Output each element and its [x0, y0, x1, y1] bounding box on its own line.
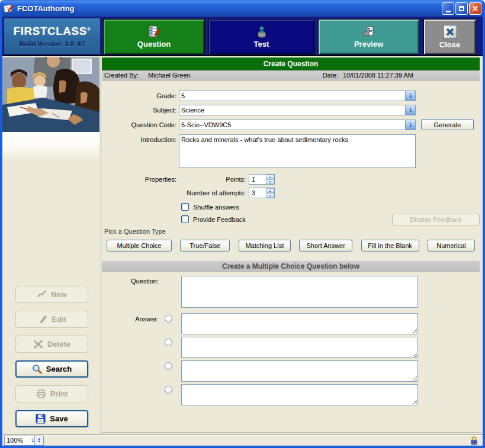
nav-test-label: Test	[254, 40, 269, 49]
answer-1-input[interactable]	[181, 313, 418, 334]
attempts-down-icon[interactable]: ▼	[266, 193, 274, 198]
chevron-down-icon[interactable]: ⤵	[405, 105, 415, 115]
new-icon	[37, 289, 47, 299]
type-multiple-choice-button[interactable]: Multiple Choice	[107, 240, 172, 252]
mc-section-title: Create a Multiple Choice Question below	[222, 262, 359, 270]
mc-section-header: Create a Multiple Choice Question below	[102, 260, 480, 272]
close-window-button[interactable]: ✕	[469, 2, 481, 15]
chevron-down-icon[interactable]: ⤵	[405, 91, 415, 101]
nav-question-button[interactable]: Question	[103, 19, 205, 54]
attempts-stepper[interactable]: 3 ▲ ▼	[249, 188, 275, 198]
attempts-label: Number of attempts:	[179, 189, 249, 196]
delete-icon	[33, 339, 43, 349]
edit-icon	[37, 314, 47, 324]
question-code-row: Question Code: 5-Scie--VDW9C5 ⤵ Generate	[102, 119, 483, 130]
properties-label: Properties:	[102, 176, 179, 183]
sidebar: New Edit Delete Search	[2, 57, 101, 434]
attempts-up-icon[interactable]: ▲	[266, 188, 274, 193]
minimize-button[interactable]	[442, 2, 454, 15]
zoom-stepper[interactable]: ▲ ▼	[35, 436, 44, 446]
zoom-select[interactable]: 100% ⤵	[4, 436, 35, 446]
question-code-select[interactable]: 5-Scie--VDW9C5 ⤵	[179, 120, 416, 130]
feedback-row: Provide Feedback Display Feedback	[181, 215, 480, 223]
build-version: Build Version: 1.0. 67	[20, 40, 85, 47]
status-bar: 100% ⤵ ▲ ▼	[2, 434, 483, 446]
zoom-control: 100% ⤵ ▲ ▼	[4, 436, 44, 446]
grade-select[interactable]: 5 ⤵	[179, 91, 416, 101]
nav-question-label: Question	[137, 40, 171, 49]
print-icon	[36, 389, 46, 399]
nav-preview-label: Preview	[354, 40, 383, 49]
main-panel: Create Question Created By: Michael Gree…	[102, 57, 483, 434]
app-window: FCOTAuthoring ✕ FIRSTCLASS® Build Versio…	[0, 0, 485, 448]
grade-label: Grade:	[102, 92, 179, 99]
subject-select[interactable]: Science ⤵	[179, 105, 416, 115]
points-up-icon[interactable]: ▲	[266, 175, 274, 179]
answer-3-input[interactable]	[181, 360, 418, 382]
new-button[interactable]: New	[15, 286, 88, 303]
save-button[interactable]: Save	[15, 410, 88, 427]
meta-bar: Created By: Michael Green Date: 10/01/20…	[102, 70, 480, 80]
brand-panel: FIRSTCLASS® Build Version: 1.0. 67	[4, 18, 100, 54]
answer-2-radio[interactable]	[165, 339, 172, 346]
answer-1-radio[interactable]	[165, 315, 172, 323]
question-type-buttons: Multiple Choice True/False Matching List…	[107, 240, 475, 252]
chevron-down-icon[interactable]: ⤵	[31, 437, 34, 443]
type-numerical-button[interactable]: Numerical	[428, 240, 475, 252]
delete-button[interactable]: Delete	[15, 336, 88, 353]
test-icon	[255, 25, 268, 38]
question-row: Question:	[102, 276, 483, 308]
type-fill-blank-button[interactable]: Fill in the Blank	[361, 240, 419, 252]
shuffle-row: Shuffle answers	[181, 203, 480, 211]
provide-feedback-label: Provide Feedback	[193, 216, 246, 223]
zoom-down-icon[interactable]: ▼	[37, 440, 41, 443]
type-true-false-button[interactable]: True/False	[180, 240, 230, 252]
nav-close-label: Close	[439, 40, 460, 49]
lock-icon	[470, 436, 478, 445]
answer-label: Answer:	[102, 313, 159, 323]
answer-4-input[interactable]	[181, 384, 418, 405]
type-short-answer-button[interactable]: Short Answer	[299, 240, 352, 252]
answer-row	[102, 360, 483, 382]
answer-row	[102, 384, 483, 405]
close-icon	[443, 25, 457, 39]
classroom-photo	[2, 57, 99, 132]
preview-icon	[362, 25, 375, 38]
introduction-textarea[interactable]: Rocks and minerals - what's true about s…	[179, 134, 416, 168]
maximize-button[interactable]	[455, 2, 468, 15]
type-matching-list-button[interactable]: Matching List	[239, 240, 291, 252]
question-textarea[interactable]	[181, 276, 418, 308]
points-label: Points:	[179, 176, 249, 183]
display-feedback-button[interactable]: Display Feedback	[392, 214, 480, 225]
date-value: 10/01/2008 11:27:39 AM	[343, 72, 413, 79]
chevron-down-icon[interactable]: ⤵	[405, 120, 415, 130]
answer-3-radio[interactable]	[165, 362, 172, 370]
nav-preview-button[interactable]: Preview	[318, 19, 419, 54]
created-by-value: Michael Green	[148, 72, 191, 79]
photo-fade	[2, 132, 99, 160]
question-type-label: Pick a Question Type	[104, 228, 483, 235]
points-row: Properties: Points: 1 ▲ ▼	[102, 174, 483, 185]
subject-row: Subject: Science ⤵	[102, 105, 483, 115]
provide-feedback-checkbox[interactable]	[181, 215, 189, 223]
nav-test-button[interactable]: Test	[208, 19, 314, 54]
answer-4-radio[interactable]	[165, 386, 172, 394]
answer-2-input[interactable]	[181, 337, 418, 358]
points-stepper[interactable]: 1 ▲ ▼	[249, 174, 275, 185]
points-down-icon[interactable]: ▼	[266, 179, 274, 184]
attempts-row: Number of attempts: 3 ▲ ▼	[102, 188, 483, 198]
date-label: Date:	[323, 72, 338, 79]
answer-row	[102, 337, 483, 358]
search-button[interactable]: Search	[15, 360, 88, 378]
app-icon	[4, 3, 14, 14]
nav-close-button[interactable]: Close	[423, 19, 476, 54]
print-button[interactable]: Print	[15, 385, 88, 402]
introduction-label: Introduction:	[102, 134, 179, 143]
grade-row: Grade: 5 ⤵	[102, 91, 483, 101]
generate-button[interactable]: Generate	[421, 119, 474, 130]
section-title: Create Question	[264, 60, 319, 68]
edit-button[interactable]: Edit	[15, 311, 88, 328]
save-icon	[36, 414, 46, 424]
header-band: FIRSTCLASS® Build Version: 1.0. 67 Quest…	[2, 17, 483, 56]
shuffle-checkbox[interactable]	[181, 203, 189, 211]
